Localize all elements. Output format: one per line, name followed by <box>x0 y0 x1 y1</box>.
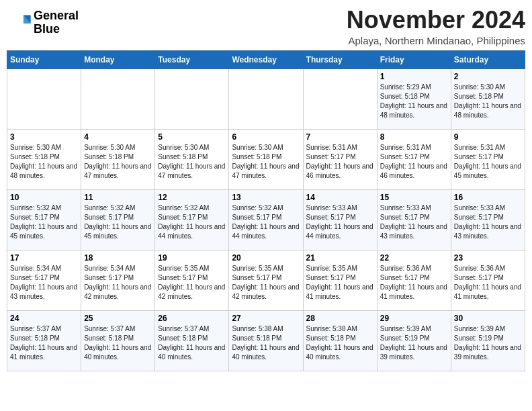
day-info: Sunrise: 5:30 AMSunset: 5:18 PMDaylight:… <box>454 83 522 120</box>
col-header-saturday: Saturday <box>451 50 525 68</box>
calendar-cell <box>7 68 81 129</box>
day-number: 1 <box>380 72 448 81</box>
location-title: Aplaya, Northern Mindanao, Philippines <box>347 35 525 46</box>
logo-icon <box>7 13 31 33</box>
day-info: Sunrise: 5:38 AMSunset: 5:18 PMDaylight:… <box>306 324 374 362</box>
calendar-cell: 19Sunrise: 5:35 AMSunset: 5:17 PMDayligh… <box>155 250 229 310</box>
day-number: 6 <box>232 132 300 142</box>
day-number: 12 <box>158 193 226 202</box>
col-header-monday: Monday <box>81 50 155 68</box>
day-number: 23 <box>454 253 522 263</box>
day-number: 10 <box>10 193 78 202</box>
calendar-cell: 10Sunrise: 5:32 AMSunset: 5:17 PMDayligh… <box>7 189 81 250</box>
calendar-cell: 15Sunrise: 5:33 AMSunset: 5:17 PMDayligh… <box>377 189 451 250</box>
calendar-cell: 13Sunrise: 5:32 AMSunset: 5:17 PMDayligh… <box>229 189 303 250</box>
calendar-cell: 21Sunrise: 5:35 AMSunset: 5:17 PMDayligh… <box>303 250 377 310</box>
month-title: November 2024 <box>347 7 525 34</box>
day-info: Sunrise: 5:30 AMSunset: 5:18 PMDaylight:… <box>10 143 78 181</box>
calendar-table: SundayMondayTuesdayWednesdayThursdayFrid… <box>7 50 525 371</box>
day-number: 24 <box>10 314 78 323</box>
calendar-week-row: 10Sunrise: 5:32 AMSunset: 5:17 PMDayligh… <box>7 189 525 250</box>
calendar-cell: 9Sunrise: 5:31 AMSunset: 5:17 PMDaylight… <box>451 129 525 189</box>
day-number: 3 <box>10 132 78 142</box>
title-section: November 2024 Aplaya, Northern Mindanao,… <box>347 7 525 46</box>
day-info: Sunrise: 5:30 AMSunset: 5:18 PMDaylight:… <box>232 143 300 181</box>
calendar-cell <box>303 68 377 129</box>
calendar-cell: 26Sunrise: 5:37 AMSunset: 5:18 PMDayligh… <box>155 310 229 371</box>
day-number: 15 <box>380 193 448 202</box>
day-info: Sunrise: 5:33 AMSunset: 5:17 PMDaylight:… <box>306 203 374 241</box>
day-number: 11 <box>84 193 152 202</box>
page-header: General Blue November 2024 Aplaya, North… <box>7 7 525 46</box>
col-header-sunday: Sunday <box>7 50 81 68</box>
day-number: 19 <box>158 253 226 263</box>
calendar-cell: 4Sunrise: 5:30 AMSunset: 5:18 PMDaylight… <box>81 129 155 189</box>
calendar-week-row: 24Sunrise: 5:37 AMSunset: 5:18 PMDayligh… <box>7 310 525 371</box>
day-info: Sunrise: 5:35 AMSunset: 5:17 PMDaylight:… <box>158 264 226 302</box>
calendar-cell: 24Sunrise: 5:37 AMSunset: 5:18 PMDayligh… <box>7 310 81 371</box>
day-number: 2 <box>454 72 522 81</box>
day-number: 14 <box>306 193 374 202</box>
calendar-cell: 3Sunrise: 5:30 AMSunset: 5:18 PMDaylight… <box>7 129 81 189</box>
day-info: Sunrise: 5:36 AMSunset: 5:17 PMDaylight:… <box>380 264 448 302</box>
col-header-thursday: Thursday <box>303 50 377 68</box>
day-info: Sunrise: 5:34 AMSunset: 5:17 PMDaylight:… <box>84 264 152 302</box>
calendar-header-row: SundayMondayTuesdayWednesdayThursdayFrid… <box>7 50 525 68</box>
day-number: 27 <box>232 314 300 323</box>
day-info: Sunrise: 5:35 AMSunset: 5:17 PMDaylight:… <box>306 264 374 302</box>
day-number: 20 <box>232 253 300 263</box>
calendar-cell: 16Sunrise: 5:33 AMSunset: 5:17 PMDayligh… <box>451 189 525 250</box>
calendar-cell: 30Sunrise: 5:39 AMSunset: 5:19 PMDayligh… <box>451 310 525 371</box>
calendar-cell: 25Sunrise: 5:37 AMSunset: 5:18 PMDayligh… <box>81 310 155 371</box>
col-header-tuesday: Tuesday <box>155 50 229 68</box>
calendar-cell: 18Sunrise: 5:34 AMSunset: 5:17 PMDayligh… <box>81 250 155 310</box>
calendar-cell: 20Sunrise: 5:35 AMSunset: 5:17 PMDayligh… <box>229 250 303 310</box>
col-header-friday: Friday <box>377 50 451 68</box>
day-number: 29 <box>380 314 448 323</box>
calendar-cell: 1Sunrise: 5:29 AMSunset: 5:18 PMDaylight… <box>377 68 451 129</box>
calendar-week-row: 1Sunrise: 5:29 AMSunset: 5:18 PMDaylight… <box>7 68 525 129</box>
day-number: 25 <box>84 314 152 323</box>
calendar-week-row: 17Sunrise: 5:34 AMSunset: 5:17 PMDayligh… <box>7 250 525 310</box>
day-info: Sunrise: 5:33 AMSunset: 5:17 PMDaylight:… <box>380 203 448 241</box>
calendar-cell <box>155 68 229 129</box>
day-info: Sunrise: 5:37 AMSunset: 5:18 PMDaylight:… <box>10 324 78 362</box>
calendar-cell <box>229 68 303 129</box>
day-info: Sunrise: 5:29 AMSunset: 5:18 PMDaylight:… <box>380 83 448 120</box>
calendar-cell: 7Sunrise: 5:31 AMSunset: 5:17 PMDaylight… <box>303 129 377 189</box>
day-info: Sunrise: 5:31 AMSunset: 5:17 PMDaylight:… <box>306 143 374 181</box>
calendar-week-row: 3Sunrise: 5:30 AMSunset: 5:18 PMDaylight… <box>7 129 525 189</box>
calendar-cell: 22Sunrise: 5:36 AMSunset: 5:17 PMDayligh… <box>377 250 451 310</box>
day-info: Sunrise: 5:31 AMSunset: 5:17 PMDaylight:… <box>380 143 448 181</box>
day-info: Sunrise: 5:30 AMSunset: 5:18 PMDaylight:… <box>84 143 152 181</box>
day-info: Sunrise: 5:39 AMSunset: 5:19 PMDaylight:… <box>454 324 522 362</box>
day-number: 18 <box>84 253 152 263</box>
day-number: 9 <box>454 132 522 142</box>
calendar-cell <box>81 68 155 129</box>
day-info: Sunrise: 5:34 AMSunset: 5:17 PMDaylight:… <box>10 264 78 302</box>
calendar-cell: 2Sunrise: 5:30 AMSunset: 5:18 PMDaylight… <box>451 68 525 129</box>
day-number: 21 <box>306 253 374 263</box>
calendar-cell: 5Sunrise: 5:30 AMSunset: 5:18 PMDaylight… <box>155 129 229 189</box>
calendar-cell: 11Sunrise: 5:32 AMSunset: 5:17 PMDayligh… <box>81 189 155 250</box>
day-info: Sunrise: 5:31 AMSunset: 5:17 PMDaylight:… <box>454 143 522 181</box>
day-info: Sunrise: 5:38 AMSunset: 5:18 PMDaylight:… <box>232 324 300 362</box>
calendar-cell: 29Sunrise: 5:39 AMSunset: 5:19 PMDayligh… <box>377 310 451 371</box>
calendar-cell: 14Sunrise: 5:33 AMSunset: 5:17 PMDayligh… <box>303 189 377 250</box>
day-number: 5 <box>158 132 226 142</box>
col-header-wednesday: Wednesday <box>229 50 303 68</box>
day-info: Sunrise: 5:36 AMSunset: 5:17 PMDaylight:… <box>454 264 522 302</box>
day-number: 26 <box>158 314 226 323</box>
calendar-cell: 28Sunrise: 5:38 AMSunset: 5:18 PMDayligh… <box>303 310 377 371</box>
day-info: Sunrise: 5:39 AMSunset: 5:19 PMDaylight:… <box>380 324 448 362</box>
day-number: 30 <box>454 314 522 323</box>
calendar-cell: 27Sunrise: 5:38 AMSunset: 5:18 PMDayligh… <box>229 310 303 371</box>
day-number: 4 <box>84 132 152 142</box>
day-number: 7 <box>306 132 374 142</box>
logo-text: General Blue <box>34 9 79 36</box>
day-info: Sunrise: 5:32 AMSunset: 5:17 PMDaylight:… <box>158 203 226 241</box>
day-info: Sunrise: 5:30 AMSunset: 5:18 PMDaylight:… <box>158 143 226 181</box>
day-info: Sunrise: 5:37 AMSunset: 5:18 PMDaylight:… <box>84 324 152 362</box>
calendar-cell: 12Sunrise: 5:32 AMSunset: 5:17 PMDayligh… <box>155 189 229 250</box>
calendar-cell: 17Sunrise: 5:34 AMSunset: 5:17 PMDayligh… <box>7 250 81 310</box>
